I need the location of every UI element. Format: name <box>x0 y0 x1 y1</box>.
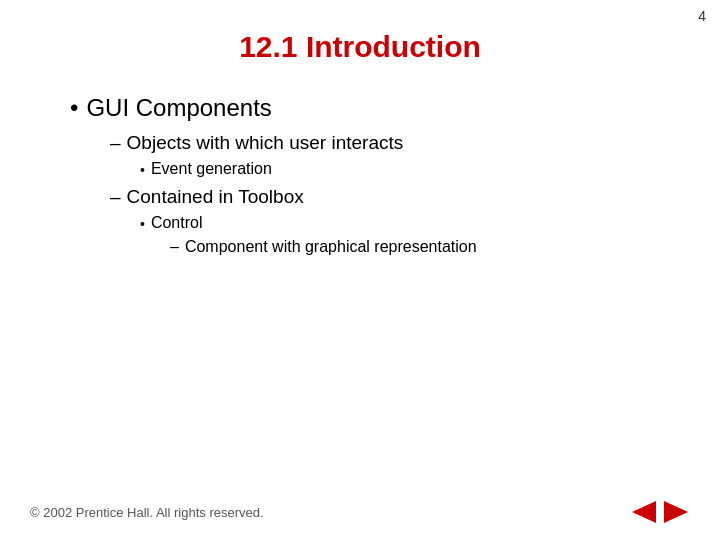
nav-back-icon <box>632 501 656 523</box>
nav-forward-icon <box>664 501 688 523</box>
nav-forward-button[interactable] <box>662 500 690 524</box>
nav-back-button[interactable] <box>630 500 658 524</box>
copyright-text: © 2002 Prentice Hall. All rights reserve… <box>30 505 264 520</box>
slide-container: 4 12.1 Introduction GUI Components Objec… <box>0 0 720 540</box>
slide-number: 4 <box>698 8 706 24</box>
sub-sub-bullet-2: Control <box>140 214 670 232</box>
slide-footer: © 2002 Prentice Hall. All rights reserve… <box>0 500 720 524</box>
nav-buttons <box>630 500 690 524</box>
slide-content: GUI Components Objects with which user i… <box>70 94 670 256</box>
sub-item-1: Objects with which user interacts <box>110 132 670 154</box>
sub-item-2: Contained in Toolbox <box>110 186 670 208</box>
slide-title: 12.1 Introduction <box>50 30 670 64</box>
main-bullet: GUI Components <box>70 94 670 122</box>
sub-sub-sub-1: Component with graphical representation <box>170 238 670 256</box>
sub-sub-bullet-1: Event generation <box>140 160 670 178</box>
